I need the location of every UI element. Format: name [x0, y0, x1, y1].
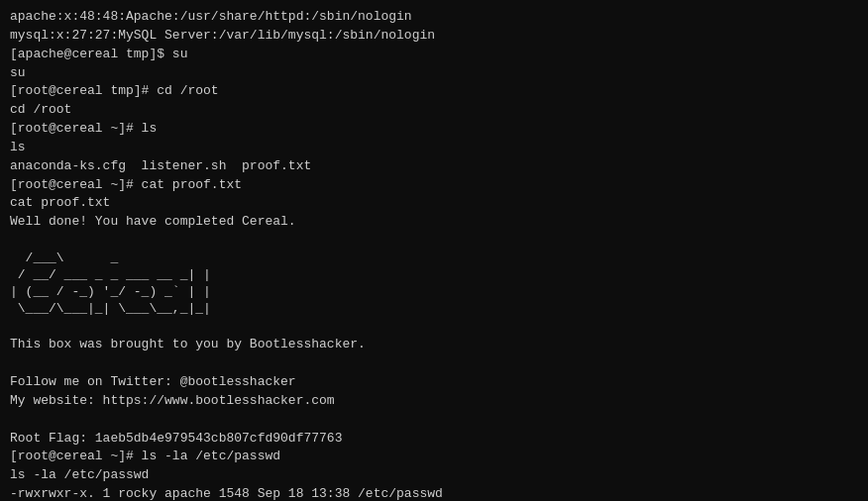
terminal-line: [root@cereal ~]# ls [10, 120, 858, 139]
terminal-line: Well done! You have completed Cereal. [10, 213, 858, 232]
terminal-line: ls -la /etc/passwd [10, 466, 858, 485]
terminal-line: This box was brought to you by Bootlessh… [10, 336, 858, 354]
ascii-art-line: | (__ / -_) '_/ -_) _` | | [10, 284, 858, 301]
terminal-line: [root@cereal ~]# ls -la /etc/passwd [10, 448, 858, 466]
terminal-line: anaconda-ks.cfg listener.sh proof.txt [10, 157, 858, 176]
terminal-line: ls [10, 139, 858, 157]
terminal-line: [root@cereal tmp]# cd /root [10, 82, 858, 101]
ascii-art-line: \___/\___|_| \___\__,_|_| [10, 301, 858, 318]
terminal-line [10, 318, 858, 337]
terminal-line: cat proof.txt [10, 194, 858, 213]
terminal-line: [apache@cereal tmp]$ su [10, 46, 858, 64]
terminal-line: su [10, 64, 858, 83]
terminal-line [10, 232, 858, 250]
terminal-line: mysql:x:27:27:MySQL Server:/var/lib/mysq… [10, 27, 858, 46]
ascii-art-line: /___\ _ [10, 250, 858, 267]
terminal-line [10, 354, 858, 373]
terminal-line: My website: https://www.bootlesshacker.c… [10, 392, 858, 411]
terminal-line: cd /root [10, 101, 858, 120]
terminal: apache:x:48:48:Apache:/usr/share/httpd:/… [0, 0, 868, 501]
terminal-line [10, 411, 858, 430]
terminal-line: -rwxrwxr-x. 1 rocky apache 1548 Sep 18 1… [10, 485, 858, 501]
ascii-art-line: / __/ ___ _ _ ___ __ _| | [10, 267, 858, 284]
terminal-line: [root@cereal ~]# cat proof.txt [10, 176, 858, 195]
terminal-line: Follow me on Twitter: @bootlesshacker [10, 373, 858, 392]
completed-text: completed [164, 214, 234, 229]
root-flag: Root Flag: 1aeb5db4e979543cb807cfd90df77… [10, 430, 858, 449]
terminal-line: apache:x:48:48:Apache:/usr/share/httpd:/… [10, 8, 858, 27]
